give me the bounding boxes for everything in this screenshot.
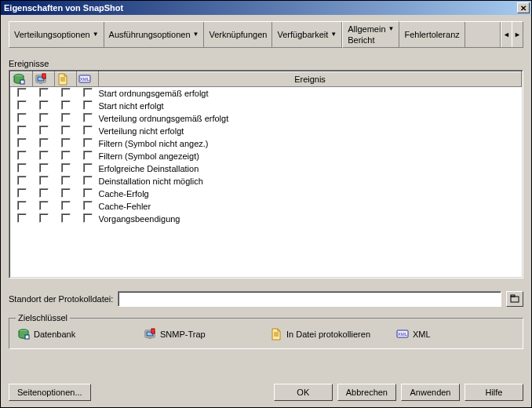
tab-allgemein[interactable]: Allgemein▼Bericht: [342, 21, 399, 48]
properties-dialog: Eigenschaften von SnapShot ✕ Verteilungs…: [0, 0, 532, 408]
svg-rect-12: [511, 295, 515, 297]
event-checkbox[interactable]: [83, 100, 93, 110]
event-checkbox[interactable]: [17, 188, 27, 198]
event-label: Filtern (Symbol angezeigt): [99, 150, 522, 162]
page-options-button[interactable]: Seitenoptionen...: [9, 384, 91, 401]
table-row: Verteilung nicht erfolgt: [11, 125, 522, 137]
tab-label: Verteilungsoptionen: [14, 29, 90, 40]
event-checkbox[interactable]: [39, 201, 49, 210]
event-checkbox-cell: [33, 87, 55, 100]
table-row: Filtern (Symbol angezeigt): [11, 150, 522, 162]
column-header-snmp-icon[interactable]: [33, 72, 55, 87]
event-checkbox[interactable]: [61, 201, 71, 210]
column-header-event[interactable]: Ereignis: [99, 72, 522, 87]
event-checkbox-cell: [55, 175, 77, 188]
event-checkbox[interactable]: [61, 138, 71, 148]
event-checkbox-cell: [77, 150, 99, 162]
event-checkbox[interactable]: [17, 213, 27, 223]
event-checkbox[interactable]: [39, 188, 49, 198]
event-checkbox-cell: [55, 162, 77, 175]
log-path-input[interactable]: [118, 291, 501, 307]
ok-button[interactable]: OK: [274, 384, 333, 401]
browse-button[interactable]: [506, 291, 523, 307]
events-heading: Ereignisse: [9, 59, 523, 68]
event-label: Start ordnungsgemäß erfolgt: [99, 87, 522, 100]
event-checkbox[interactable]: [61, 126, 71, 135]
event-checkbox[interactable]: [17, 126, 27, 135]
tab-ausf-hrungsoptionen[interactable]: Ausführungsoptionen▼: [104, 22, 205, 47]
event-checkbox[interactable]: [17, 138, 27, 148]
event-checkbox[interactable]: [83, 138, 93, 148]
chevron-down-icon: ▼: [93, 31, 99, 38]
db-icon: [13, 73, 25, 86]
column-header-db-icon[interactable]: [11, 72, 33, 87]
event-checkbox[interactable]: [39, 138, 49, 148]
event-checkbox-cell: [55, 125, 77, 137]
event-checkbox[interactable]: [39, 126, 49, 135]
event-checkbox-cell: [33, 137, 55, 150]
event-checkbox[interactable]: [61, 176, 71, 185]
close-button[interactable]: ✕: [517, 2, 530, 13]
event-checkbox[interactable]: [17, 100, 27, 110]
help-button[interactable]: Hilfe: [465, 384, 523, 401]
event-checkbox[interactable]: [17, 176, 27, 185]
event-checkbox[interactable]: [83, 113, 93, 122]
tab-scroll: ◄ ►: [500, 22, 523, 47]
event-checkbox[interactable]: [61, 213, 71, 223]
tab-fehlertoleranz[interactable]: Fehlertoleranz: [399, 22, 465, 47]
tab-verteilungsoptionen[interactable]: Verteilungsoptionen▼: [9, 22, 104, 47]
event-checkbox[interactable]: [39, 88, 49, 97]
event-checkbox[interactable]: [17, 201, 27, 210]
event-checkbox[interactable]: [61, 188, 71, 198]
tab-label: Fehlertoleranz: [404, 29, 459, 40]
event-checkbox[interactable]: [39, 163, 49, 173]
column-header-xml-icon[interactable]: XML: [77, 72, 99, 87]
table-row: Verteilung ordnungsgemäß erfolgt: [11, 112, 522, 125]
event-checkbox-cell: [77, 200, 99, 213]
event-checkbox[interactable]: [83, 176, 93, 185]
tab-verkn-pfungen[interactable]: Verknüpfungen: [204, 22, 272, 47]
xml-icon: XML: [78, 73, 91, 86]
event-checkbox-cell: [11, 162, 33, 175]
tab-label: Ausführungsoptionen: [109, 29, 191, 40]
event-checkbox[interactable]: [83, 188, 93, 198]
event-checkbox-cell: [11, 112, 33, 125]
table-row: Start ordnungsgemäß erfolgt: [11, 87, 522, 100]
tab-label: Verknüpfungen: [209, 29, 267, 40]
event-checkbox[interactable]: [39, 213, 49, 223]
event-checkbox[interactable]: [83, 163, 93, 173]
event-checkbox[interactable]: [61, 88, 71, 97]
event-checkbox[interactable]: [61, 100, 71, 110]
event-checkbox[interactable]: [83, 126, 93, 135]
tab-scroll-left[interactable]: ◄: [501, 22, 512, 47]
xml-icon: XML: [396, 328, 409, 341]
event-label: Cache-Fehler: [99, 200, 522, 213]
event-checkbox[interactable]: [83, 213, 93, 223]
event-checkbox-cell: [11, 137, 33, 150]
event-checkbox[interactable]: [61, 113, 71, 122]
column-header-file-icon[interactable]: [55, 72, 77, 87]
apply-button[interactable]: Anwenden: [401, 384, 460, 401]
event-checkbox[interactable]: [39, 100, 49, 110]
event-checkbox[interactable]: [17, 163, 27, 173]
event-checkbox[interactable]: [83, 201, 93, 210]
events-grid: XMLEreignis Start ordnungsgemäß erfolgtS…: [9, 70, 523, 279]
event-checkbox[interactable]: [83, 151, 93, 160]
event-checkbox[interactable]: [17, 88, 27, 97]
dialog-buttons: Seitenoptionen... OK Abbrechen Anwenden …: [9, 376, 523, 401]
tab-scroll-right[interactable]: ►: [512, 22, 523, 47]
event-checkbox[interactable]: [39, 113, 49, 122]
event-checkbox[interactable]: [83, 88, 93, 97]
event-checkbox[interactable]: [17, 113, 27, 122]
event-checkbox-cell: [55, 137, 77, 150]
legend-item: In Datei protokollieren: [270, 328, 388, 341]
event-checkbox[interactable]: [61, 163, 71, 173]
event-checkbox[interactable]: [61, 151, 71, 160]
event-checkbox[interactable]: [17, 151, 27, 160]
file-icon: [270, 328, 282, 341]
event-checkbox[interactable]: [39, 151, 49, 160]
event-checkbox[interactable]: [39, 176, 49, 185]
cancel-button[interactable]: Abbrechen: [337, 384, 396, 401]
event-checkbox-cell: [11, 175, 33, 188]
tab-verf-gbarkeit[interactable]: Verfügbarkeit▼: [272, 22, 342, 47]
